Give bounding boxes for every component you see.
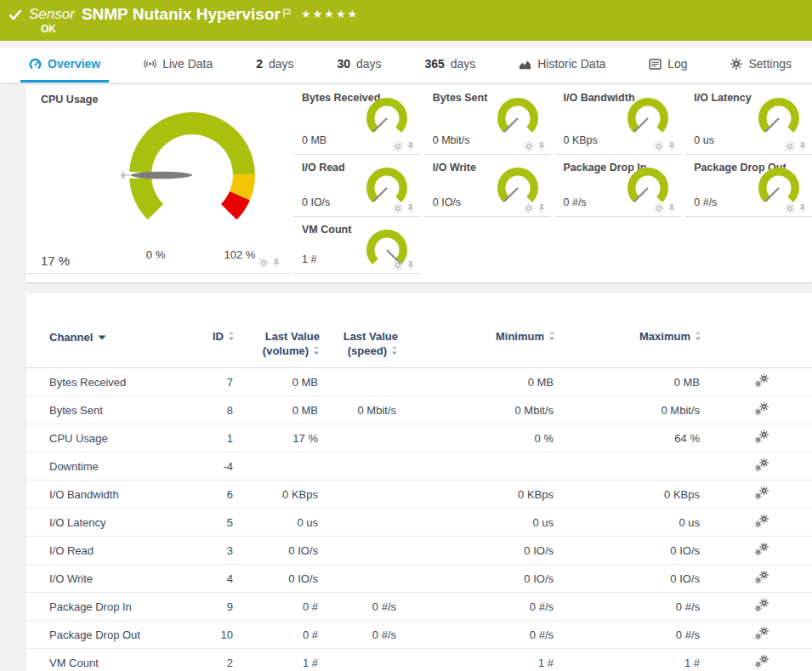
cell-id: 9 — [187, 593, 245, 621]
tab-number: 30 — [337, 57, 350, 71]
channel-settings-icon[interactable] — [755, 655, 769, 668]
pin-action[interactable] — [406, 260, 415, 270]
pin-icon — [537, 141, 546, 151]
cell-lastSpeed — [330, 424, 408, 452]
gauge-value-label: 0 #/s — [564, 196, 587, 208]
gear-icon — [654, 141, 664, 151]
column-header-id[interactable]: ID — [187, 293, 245, 368]
channel-row-i-o-write: I/O Write40 IO/s0 IO/s0 IO/s — [26, 565, 812, 593]
pin-icon — [272, 258, 281, 268]
gear-action[interactable] — [785, 141, 795, 151]
gear-action[interactable] — [258, 258, 269, 268]
channel-row-i-o-latency: I/O Latency50 us0 us0 us — [26, 509, 812, 537]
cell-min — [408, 452, 565, 481]
gear-action[interactable] — [524, 203, 534, 213]
sort-toggle[interactable] — [548, 330, 555, 344]
mini-gauge — [752, 93, 805, 142]
priority-stars[interactable]: ★★★★★ — [301, 8, 359, 20]
column-header-channel[interactable]: Channel — [26, 293, 187, 368]
sort-toggle[interactable] — [391, 344, 398, 359]
cell-lastVolume: 0 KBps — [245, 481, 330, 509]
gauge-cell-bytes-sent: Bytes Sent0 Mbit/s — [424, 85, 551, 155]
tab-2-days[interactable]: 2days — [247, 48, 302, 82]
tab-log[interactable]: Log — [640, 48, 696, 82]
gear-action[interactable] — [393, 141, 403, 151]
sort-toggle[interactable] — [695, 330, 701, 344]
gauge-value-label: 0 us — [694, 134, 714, 146]
tab-365-days[interactable]: 365days — [416, 48, 484, 82]
channel-settings-icon[interactable] — [755, 402, 769, 416]
gauge-value-label: 0 IO/s — [302, 196, 330, 208]
pin-action[interactable] — [406, 141, 415, 151]
channel-settings-icon[interactable] — [755, 458, 769, 472]
cell-id: 5 — [187, 509, 245, 537]
cell-channel: CPU Usage — [26, 424, 187, 452]
tab-bar: OverviewLive Data2days30days365daysHisto… — [0, 48, 812, 82]
pin-action[interactable] — [537, 203, 546, 213]
column-header-actions — [712, 293, 812, 368]
channel-settings-icon[interactable] — [755, 599, 769, 612]
object-kind-label: Sensor — [29, 4, 75, 25]
channel-settings-icon[interactable] — [755, 486, 769, 500]
gauge-cell-bytes-received: Bytes Received0 MB — [293, 85, 420, 155]
log-icon — [649, 58, 662, 71]
tab-30-days[interactable]: 30days — [328, 48, 389, 82]
gauge-value-label: 0 MB — [302, 134, 327, 146]
channel-settings-icon — [755, 486, 769, 500]
flag-icon[interactable] — [283, 6, 291, 21]
channel-settings-icon[interactable] — [755, 515, 769, 528]
cell-lastVolume: 17 % — [245, 424, 330, 452]
pin-action[interactable] — [406, 203, 415, 213]
cell-max — [565, 452, 712, 481]
tab-historic-data[interactable]: Historic Data — [510, 48, 614, 82]
pin-action[interactable] — [798, 141, 807, 151]
gear-action[interactable] — [654, 203, 664, 213]
channel-settings-icon — [755, 374, 769, 388]
column-header-max[interactable]: Maximum — [565, 293, 712, 368]
tab-label: Log — [667, 57, 687, 71]
gear-action[interactable] — [654, 141, 664, 151]
cell-min: 0 #/s — [408, 593, 565, 621]
gauge-value-label: 0 IO/s — [433, 196, 461, 208]
tab-live-data[interactable]: Live Data — [135, 48, 221, 82]
sort-toggle[interactable] — [313, 344, 320, 359]
cell-min: 0 us — [408, 509, 565, 537]
tab-overview[interactable]: Overview — [20, 48, 109, 82]
gear-action[interactable] — [393, 203, 403, 213]
pin-action[interactable] — [272, 258, 281, 268]
cell-id: 4 — [187, 565, 245, 593]
pin-action[interactable] — [798, 203, 807, 213]
cell-lastVolume: 0 IO/s — [245, 565, 330, 593]
pin-action[interactable] — [537, 141, 546, 151]
gauge-cell-i-o-latency: I/O Latency0 us — [685, 85, 812, 155]
pin-action[interactable] — [667, 203, 676, 213]
cell-id: -4 — [187, 452, 245, 481]
gauge-cell-i-o-write: I/O Write0 IO/s — [424, 155, 551, 217]
cell-channel: Bytes Sent — [26, 396, 187, 424]
gauge-cell-cpu-usage: CPU Usage x̄ 0 % 102 % 17 % — [26, 85, 289, 274]
tab-settings[interactable]: Settings — [722, 48, 800, 82]
cell-lastSpeed — [330, 509, 408, 537]
gear-action[interactable] — [524, 141, 534, 151]
channel-settings-icon[interactable] — [755, 543, 769, 556]
channel-settings-icon — [755, 543, 769, 556]
channel-settings-icon — [755, 599, 769, 612]
gear-action[interactable] — [393, 260, 403, 270]
pin-action[interactable] — [667, 141, 676, 151]
gear-action[interactable] — [785, 203, 795, 213]
tab-label: Overview — [48, 57, 100, 71]
cell-lastSpeed — [330, 565, 408, 593]
cell-id: 3 — [187, 537, 245, 565]
tab-label: Historic Data — [537, 57, 605, 71]
channel-settings-icon[interactable] — [755, 627, 769, 640]
caret-down-icon — [98, 335, 106, 340]
channel-settings-icon[interactable] — [755, 430, 769, 444]
cell-lastVolume: 0 IO/s — [245, 537, 330, 565]
column-header-lastSpeed[interactable]: Last Value(speed) — [330, 293, 408, 368]
sort-toggle[interactable] — [228, 330, 235, 344]
channel-settings-icon[interactable] — [755, 374, 769, 388]
column-header-lastVolume[interactable]: Last Value(volume) — [245, 293, 330, 368]
gauge-value-label: 0 KBps — [564, 134, 598, 146]
column-header-min[interactable]: Minimum — [408, 293, 565, 368]
channel-settings-icon[interactable] — [755, 571, 769, 584]
